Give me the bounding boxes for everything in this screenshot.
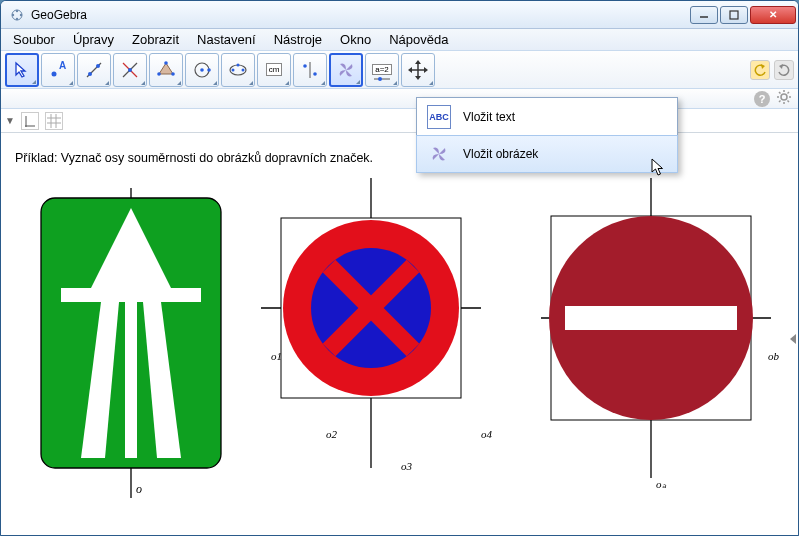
tool-conic[interactable] (221, 53, 255, 87)
label-o2: o2 (326, 428, 337, 440)
undo-button[interactable] (750, 60, 770, 80)
tool-transform[interactable] (293, 53, 327, 87)
svg-point-1 (12, 13, 14, 15)
tool-move-view[interactable] (401, 53, 435, 87)
dropdown-corner-icon (105, 81, 109, 85)
insert-dropdown: ABC Vložit text Vložit obrázek (416, 97, 678, 173)
menu-nastroje[interactable]: Nástroje (266, 30, 330, 49)
svg-point-24 (242, 68, 245, 71)
label-o4: o4 (481, 428, 492, 440)
label-ob: ob (768, 350, 779, 362)
label-o: o (136, 482, 142, 496)
svg-text:A: A (59, 60, 66, 71)
cm-label: cm (266, 63, 283, 76)
label-o1: o1 (271, 350, 282, 362)
menu-zobrazit[interactable]: Zobrazit (124, 30, 187, 49)
window-title: GeoGebra (31, 8, 688, 22)
canvas: o o1 o2 o3 o4 (1, 178, 798, 535)
sign-highway: o (31, 188, 231, 498)
svg-marker-35 (408, 67, 412, 73)
svg-marker-38 (779, 64, 783, 69)
tool-point[interactable]: A (41, 53, 75, 87)
svg-point-25 (237, 63, 240, 66)
tool-measure[interactable]: cm (257, 53, 291, 87)
dropdown-corner-icon (249, 81, 253, 85)
svg-point-27 (303, 64, 307, 68)
settings-icon[interactable] (776, 89, 792, 108)
svg-point-28 (313, 72, 317, 76)
minimize-button[interactable] (690, 6, 718, 24)
menu-soubor[interactable]: Soubor (5, 30, 63, 49)
label-oa: oₐ (656, 478, 666, 491)
svg-point-4 (16, 17, 18, 19)
dropdown-corner-icon (285, 81, 289, 85)
menu-nastaveni[interactable]: Nastavení (189, 30, 264, 49)
svg-line-46 (779, 101, 781, 103)
dropdown-label: Vložit text (463, 110, 515, 124)
axes-toggle[interactable] (21, 112, 39, 130)
app-window: GeoGebra ✕ Soubor Úpravy Zobrazit Nastav… (0, 0, 799, 536)
svg-marker-36 (424, 67, 428, 73)
dropdown-insert-text[interactable]: ABC Vložit text (417, 98, 677, 136)
move-cross-icon (408, 60, 428, 80)
abc-icon: ABC (427, 105, 451, 129)
graphics-view[interactable]: Příklad: Vyznač osy souměrnosti do obráz… (1, 133, 798, 535)
help-icon[interactable]: ? (754, 91, 770, 107)
sign-no-stopping (251, 178, 491, 468)
dropdown-insert-image[interactable]: Vložit obrázek (416, 135, 678, 173)
svg-point-14 (128, 68, 132, 72)
svg-point-18 (157, 72, 161, 76)
titlebar: GeoGebra ✕ (1, 1, 798, 29)
svg-point-30 (378, 77, 382, 81)
svg-point-11 (96, 64, 100, 68)
svg-point-17 (171, 72, 175, 76)
sign-no-entry (521, 178, 781, 478)
close-button[interactable]: ✕ (750, 6, 796, 24)
label-o3: o3 (401, 460, 412, 472)
svg-point-20 (200, 68, 204, 72)
tool-insert[interactable] (329, 53, 363, 87)
tool-circle[interactable] (185, 53, 219, 87)
tool-perpendicular[interactable] (113, 53, 147, 87)
tool-slider[interactable]: a=2 (365, 53, 399, 87)
dropdown-corner-icon (213, 81, 217, 85)
svg-point-10 (88, 72, 92, 76)
dropdown-corner-icon (393, 81, 397, 85)
svg-rect-74 (565, 306, 737, 330)
collapse-icon[interactable]: ▼ (5, 115, 15, 126)
svg-point-21 (207, 68, 211, 72)
maximize-button[interactable] (720, 6, 748, 24)
graphics-toolbar: ▼ (1, 109, 798, 133)
grid-toggle[interactable] (45, 112, 63, 130)
dropdown-corner-icon (321, 81, 325, 85)
dropdown-corner-icon (32, 80, 36, 84)
task-text: Příklad: Vyznač osy souměrnosti do obráz… (15, 151, 373, 165)
app-icon (9, 7, 25, 23)
svg-point-2 (20, 13, 22, 15)
redo-button[interactable] (774, 60, 794, 80)
tool-line[interactable] (77, 53, 111, 87)
svg-line-47 (788, 92, 790, 94)
svg-line-44 (779, 92, 781, 94)
menu-upravy[interactable]: Úpravy (65, 30, 122, 49)
menu-napoveda[interactable]: Nápověda (381, 30, 456, 49)
toolbar: A cm (1, 51, 798, 89)
dropdown-corner-icon (141, 81, 145, 85)
svg-point-7 (52, 71, 57, 76)
toolbar-right (750, 60, 794, 80)
svg-line-45 (788, 101, 790, 103)
dropdown-corner-icon (69, 81, 73, 85)
pinwheel-icon (427, 142, 451, 166)
dropdown-corner-icon (356, 80, 360, 84)
toolbar-row2: ? (1, 89, 798, 109)
scroll-right-icon[interactable] (790, 334, 796, 344)
tool-polygon[interactable] (149, 53, 183, 87)
tool-move[interactable] (5, 53, 39, 87)
window-controls: ✕ (688, 6, 796, 24)
svg-point-23 (232, 68, 235, 71)
svg-rect-57 (61, 288, 201, 302)
svg-point-3 (16, 9, 18, 11)
menu-okno[interactable]: Okno (332, 30, 379, 49)
svg-rect-60 (125, 302, 137, 458)
menubar: Soubor Úpravy Zobrazit Nastavení Nástroj… (1, 29, 798, 51)
